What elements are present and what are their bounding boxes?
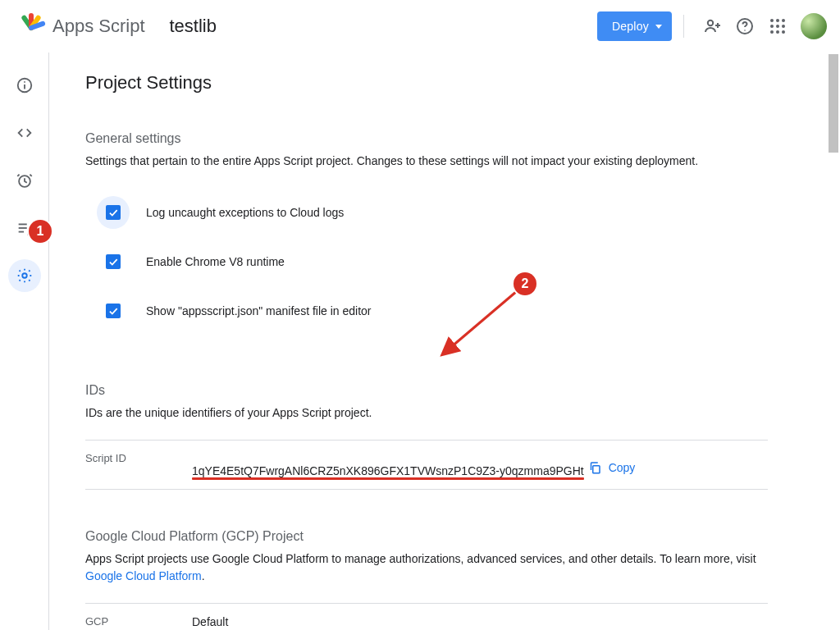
gcp-row: GCP Default <box>85 603 768 630</box>
gcp-label: GCP <box>85 615 192 628</box>
content-scroll[interactable]: Project Settings General settings Settin… <box>49 52 840 630</box>
content: Project Settings General settings Settin… <box>49 52 804 630</box>
check-icon <box>107 256 119 267</box>
svg-point-15 <box>22 273 27 278</box>
checkbox-halo <box>97 294 130 327</box>
product-logo-wrap: Apps Script <box>16 11 145 43</box>
app-name: Apps Script <box>52 16 145 37</box>
section-desc-ids: IDs are the unique identifiers of your A… <box>85 404 768 422</box>
nav-overview[interactable] <box>8 69 41 102</box>
script-id-label: Script ID <box>85 452 192 464</box>
svg-point-9 <box>24 81 25 83</box>
topbar: Apps Script testlib Deploy <box>0 0 840 52</box>
checkbox-label: Enable Chrome V8 runtime <box>146 255 285 268</box>
person-add-icon <box>702 16 722 36</box>
share-button[interactable] <box>696 10 728 43</box>
section-title-gcp: Google Cloud Platform (GCP) Project <box>85 529 768 544</box>
nav-executions[interactable] <box>8 212 41 244</box>
apps-script-logo-icon <box>16 11 46 43</box>
svg-point-4 <box>708 21 713 25</box>
section-title-general: General settings <box>85 131 768 146</box>
deploy-button-label: Deploy <box>612 20 649 33</box>
deploy-button[interactable]: Deploy <box>597 11 672 41</box>
chevron-down-icon <box>655 25 662 29</box>
copy-label: Copy <box>609 461 636 474</box>
gcp-desc-prefix: Apps Script projects use Google Cloud Pl… <box>85 552 756 565</box>
info-icon <box>16 76 34 94</box>
script-id-cell: 1qYE4E5tQ7FwrgANl6CRZ5nXK896GFX1TVWsnzP1… <box>192 452 635 477</box>
svg-rect-16 <box>592 466 599 473</box>
section-desc-gcp: Apps Script projects use Google Cloud Pl… <box>85 550 768 585</box>
check-icon <box>107 207 119 218</box>
script-id-text: 1qYE4E5tQ7FwrgANl6CRZ5nXK896GFX1TVWsnzP1… <box>192 464 584 477</box>
script-id-row: Script ID 1qYE4E5tQ7FwrgANl6CRZ5nXK896GF… <box>85 440 768 490</box>
checkbox-row-v8: Enable Chrome V8 runtime <box>85 237 768 286</box>
gear-icon <box>16 267 34 285</box>
script-id-value: 1qYE4E5tQ7FwrgANl6CRZ5nXK896GFX1TVWsnzP1… <box>192 464 584 477</box>
checkbox-halo <box>97 245 130 278</box>
gcp-section: Google Cloud Platform (GCP) Project Apps… <box>85 529 768 630</box>
gcp-desc-suffix: . <box>202 569 205 582</box>
alarm-icon <box>16 171 34 189</box>
gcp-learn-more-link[interactable]: Google Cloud Platform <box>85 569 202 582</box>
checkbox-label: Show "appsscript.json" manifest file in … <box>146 304 372 317</box>
account-avatar[interactable] <box>801 13 827 39</box>
nav-settings[interactable] <box>8 259 41 292</box>
checkbox-halo <box>97 196 130 229</box>
checkbox-row-log-exceptions: Log uncaught exceptions to Cloud logs <box>85 188 768 237</box>
check-icon <box>107 305 119 317</box>
checkbox-v8-runtime[interactable] <box>106 254 121 269</box>
svg-marker-14 <box>27 230 31 235</box>
checkbox-log-exceptions[interactable] <box>106 205 121 220</box>
section-title-ids: IDs <box>85 383 768 398</box>
section-desc-general: Settings that pertain to the entire Apps… <box>85 153 768 170</box>
copy-icon <box>587 460 602 475</box>
nav-editor[interactable] <box>8 116 41 149</box>
help-icon <box>735 16 755 36</box>
general-settings-section: General settings Settings that pertain t… <box>85 131 768 336</box>
code-icon <box>16 124 34 142</box>
checkbox-label: Log uncaught exceptions to Cloud logs <box>146 206 344 219</box>
nav-triggers[interactable] <box>8 164 41 197</box>
apps-grid-icon <box>770 19 785 34</box>
checkbox-row-manifest: Show "appsscript.json" manifest file in … <box>85 286 768 336</box>
google-apps-button[interactable] <box>761 10 794 43</box>
annotation-underline <box>192 477 584 480</box>
page-title: Project Settings <box>85 72 768 94</box>
divider <box>683 15 684 38</box>
help-button[interactable] <box>728 10 761 43</box>
scrollbar[interactable] <box>827 52 840 630</box>
checkbox-show-manifest[interactable] <box>106 304 121 318</box>
copy-script-id-button[interactable]: Copy <box>587 460 636 475</box>
playlist-play-icon <box>16 219 34 237</box>
left-nav <box>0 52 49 630</box>
body-area: Project Settings General settings Settin… <box>0 52 840 630</box>
gcp-value: Default <box>192 615 228 628</box>
svg-point-6 <box>744 30 746 31</box>
ids-section: IDs IDs are the unique identifiers of yo… <box>85 383 768 490</box>
project-name[interactable]: testlib <box>170 16 217 37</box>
